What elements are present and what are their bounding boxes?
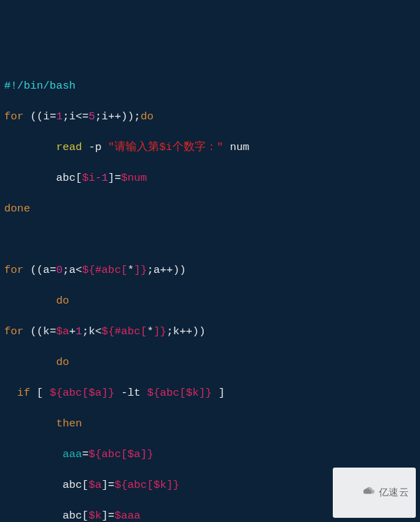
code-line [4,232,416,247]
code-line: read -p "请输入第$i个数字：" num [4,140,416,155]
watermark: 亿速云 [333,468,416,518]
code-line: for ((i=1;i<=5;i++));do [4,109,416,124]
watermark-text: 亿速云 [379,485,410,500]
code-line: aaa=${abc[$a]} [4,447,416,462]
code-line: do [4,355,416,370]
code-line: for ((a=0;a<${#abc[*]};a++)) [4,262,416,278]
code-line: #!/bin/bash [4,78,416,94]
code-line: then [4,416,416,431]
code-line: do [4,293,416,308]
code-line: if [ ${abc[$a]} -lt ${abc[$k]} ] [4,385,416,401]
code-line: done [4,201,416,216]
code-line: abc[$i-1]=$num [4,170,416,186]
code-block: #!/bin/bash for ((i=1;i<=5;i++));do read… [4,63,416,522]
cloud-icon [338,470,376,516]
code-line: for ((k=$a+1;k<${#abc[*]};k++)) [4,324,416,339]
